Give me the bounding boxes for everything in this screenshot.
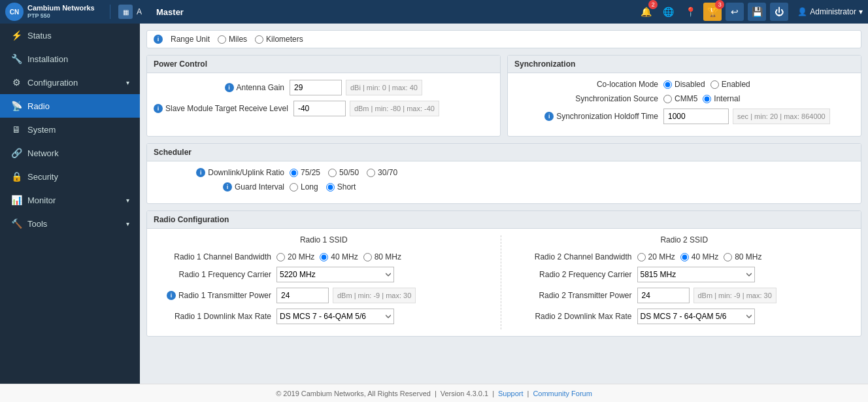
power-icon[interactable]: ⏻ [770,3,788,21]
bell-badge: 2 [648,0,658,9]
monitor-icon: 📊 [10,195,22,205]
radio2-tx-row: Radio 2 Transmitter Power dBm | min: -9 … [514,288,855,303]
slave-module-label: i Slave Module Target Receive Level [154,104,288,113]
sidebar-item-security[interactable]: 🔒 Security [0,165,140,188]
radio1-tx-input[interactable] [276,288,329,303]
holdoff-input-group: sec | min: 20 | max: 864000 [663,109,830,124]
sidebar-item-installation[interactable]: 🔧 Installation [0,47,140,71]
sidebar-item-monitor[interactable]: 📊 Monitor [0,188,140,212]
ratio-50-50-option[interactable]: 50/50 [328,168,359,177]
footer-support-link[interactable]: Support [498,390,524,397]
radio2-freq-row: Radio 2 Frequency Carrier 5815 MHz [514,267,855,282]
security-icon: 🔒 [10,171,22,182]
radio2-bw-label: Radio 2 Channel Bandwidth [514,252,632,261]
bell-icon[interactable]: 🔔 2 [637,3,655,21]
radio1-tx-input-group: dBm | min: -9 | max: 30 [276,288,416,303]
radio1-bw-options: 20 MHz 40 MHz 80 MHz [276,252,401,261]
network-icon: 🔗 [10,148,22,158]
kilometers-option[interactable]: Kilometers [255,35,303,44]
radio1-bw-20-radio[interactable] [276,253,285,261]
miles-radio[interactable] [218,35,226,44]
radio1-bw-20-option[interactable]: 20 MHz [276,252,314,261]
radio2-tx-label: Radio 2 Transmitter Power [514,291,632,300]
miles-option[interactable]: Miles [218,35,247,44]
ratio-75-25-radio[interactable] [290,169,298,177]
guard-options: Long Short [290,182,356,192]
footer-separator3: | [527,390,529,397]
kilometers-radio[interactable] [255,35,263,44]
system-icon: 🖥 [10,124,22,135]
status-icon: ⚡ [10,30,22,41]
device-selector[interactable]: ▦ A [110,5,150,19]
range-unit-row: i Range Unit Miles Kilometers [146,30,861,48]
internal-option[interactable]: Internal [703,94,740,103]
layout: ⚡ Status 🔧 Installation ⚙ Configuration … [0,24,868,384]
cmm5-option[interactable]: CMM5 [663,94,697,103]
user-menu[interactable]: 👤 Administrator ▾ [792,7,863,16]
main-content: i Range Unit Miles Kilometers Power Cont… [140,24,868,384]
radio1-bw-40-option[interactable]: 40 MHz [320,252,358,261]
guard-long-radio[interactable] [290,183,298,192]
colocation-disabled-option[interactable]: Disabled [663,80,705,89]
location-icon[interactable]: 📍 [681,3,699,21]
guard-short-option[interactable]: Short [326,182,356,192]
ratio-30-70-radio[interactable] [367,169,375,177]
radio2-bw-20-radio[interactable] [637,253,646,261]
radio1-bw-80-radio[interactable] [363,253,372,261]
radio2-bw-40-option[interactable]: 40 MHz [680,252,718,261]
radio2-dl-rate-select[interactable]: DS MCS 7 - 64-QAM 5/6 [637,309,755,324]
sidebar-item-system[interactable]: 🖥 System [0,118,140,141]
radio2-bw-20-option[interactable]: 20 MHz [637,252,675,261]
award-badge: 3 [715,0,724,9]
guard-short-radio[interactable] [326,183,335,192]
guard-long-option[interactable]: Long [290,182,318,192]
globe-icon[interactable]: 🌐 [659,3,677,21]
downlink-info-icon: i [196,168,205,177]
radio2-bw-40-radio[interactable] [680,253,689,261]
radio2-bw-80-option[interactable]: 80 MHz [724,252,761,261]
radio2-tx-hint: dBm | min: -9 | max: 30 [693,288,776,303]
colocation-disabled-radio[interactable] [663,80,672,89]
guard-info-icon: i [223,182,232,192]
radio2-bw-options: 20 MHz 40 MHz 80 MHz [637,252,762,261]
slave-module-input-group: dBm | min: -80 | max: -40 [293,101,439,116]
radio2-column: Radio 2 SSID Radio 2 Channel Bandwidth 2… [501,235,855,329]
sidebar-item-tools[interactable]: 🔨 Tools [0,212,140,235]
radio2-tx-input[interactable] [637,288,690,303]
cmm5-radio[interactable] [663,95,672,103]
footer-community-link[interactable]: Community Forum [533,390,592,397]
radio2-bw-80-radio[interactable] [724,253,732,261]
slave-module-input[interactable] [293,101,346,116]
award-icon[interactable]: 🏆 3 [703,3,722,21]
colocation-enabled-radio[interactable] [710,80,719,89]
header-icons: 🔔 2 🌐 📍 🏆 3 ↩ 💾 ⏻ 👤 Administrator ▾ [637,3,863,21]
undo-icon[interactable]: ↩ [726,3,744,21]
downlink-row: i Downlink/Uplink Ratio 75/25 50/50 [154,168,854,177]
sidebar-item-radio[interactable]: 📡 Radio [0,94,140,118]
footer-version: Version 4.3.0.1 [441,390,488,397]
radio1-freq-select[interactable]: 5220 MHz [276,267,394,282]
sidebar-item-network[interactable]: 🔗 Network [0,141,140,165]
save-icon[interactable]: 💾 [748,3,766,21]
colocation-enabled-option[interactable]: Enabled [710,80,750,89]
sidebar-item-status[interactable]: ⚡ Status [0,24,140,47]
slave-module-hint: dBm | min: -80 | max: -40 [350,101,439,116]
radio1-bw-40-radio[interactable] [320,253,328,261]
radio2-ssid-label: Radio 2 SSID [514,235,855,247]
radio2-freq-select[interactable]: 5815 MHz [637,267,755,282]
ratio-30-70-option[interactable]: 30/70 [367,168,397,177]
radio1-bw-row: Radio 1 Channel Bandwidth 20 MHz 40 MHz [154,252,494,261]
downlink-label: i Downlink/Uplink Ratio [154,168,284,177]
radio1-dl-rate-select[interactable]: DS MCS 7 - 64-QAM 5/6 [276,309,394,324]
holdoff-input[interactable] [663,109,729,124]
antenna-gain-input[interactable] [290,80,342,95]
sidebar-item-configuration[interactable]: ⚙ Configuration [0,71,140,94]
footer-copyright: © 2019 Cambium Networks, All Rights Rese… [276,390,431,397]
radio2-bw-row: Radio 2 Channel Bandwidth 20 MHz 40 MHz [514,252,855,261]
radio1-tx-row: i Radio 1 Transmitter Power dBm | min: -… [154,288,494,303]
ratio-75-25-option[interactable]: 75/25 [290,168,320,177]
ratio-50-50-radio[interactable] [328,169,337,177]
synchronization-panel: Synchronization Co-location Mode Disable… [507,55,861,137]
radio1-bw-80-option[interactable]: 80 MHz [363,252,401,261]
internal-radio[interactable] [703,95,711,103]
